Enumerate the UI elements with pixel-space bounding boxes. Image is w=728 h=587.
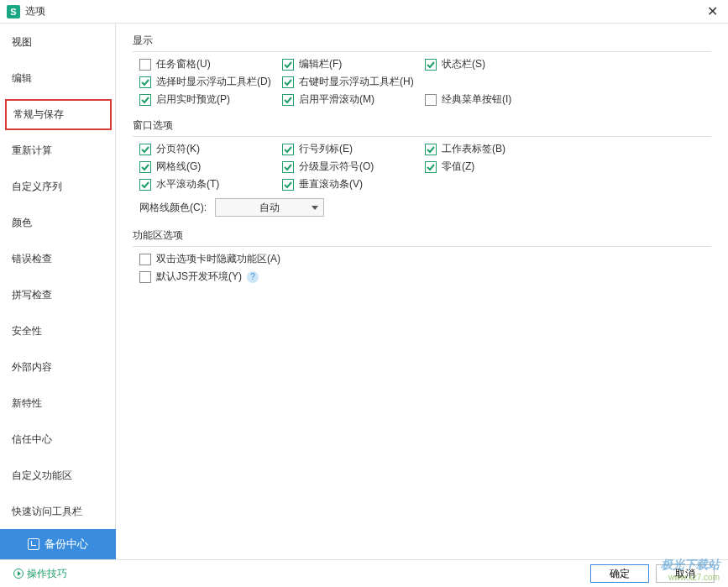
section-ribbon: 功能区选项 双击选项卡时隐藏功能区(A) 默认JS开发环境(Y)? xyxy=(133,228,711,284)
help-icon[interactable]: ? xyxy=(247,271,259,283)
sidebar-item-trust-center[interactable]: 信任中心 xyxy=(0,426,115,453)
section-window: 窗口选项 分页符(K) 行号列标(E) 工作表标签(B) 网格线(G) 分级显示… xyxy=(133,118,711,217)
checkbox-page-break[interactable] xyxy=(139,144,151,155)
section-title-ribbon: 功能区选项 xyxy=(133,228,711,247)
checkbox-status-bar[interactable] xyxy=(425,59,437,71)
checkbox-smooth-scroll[interactable] xyxy=(282,94,294,106)
checkbox-rc-toolbar[interactable] xyxy=(282,76,294,88)
backup-label: 备份中心 xyxy=(45,537,88,552)
sidebar: 视图 编辑 常规与保存 重新计算 自定义序列 颜色 错误检查 拼写检查 安全性 … xyxy=(0,24,116,559)
checkbox-zero-values[interactable] xyxy=(425,161,437,173)
checkbox-sel-toolbar[interactable] xyxy=(139,76,151,88)
checkbox-classic-menu[interactable] xyxy=(425,94,437,106)
sidebar-item-view[interactable]: 视图 xyxy=(0,29,115,56)
section-title-display: 显示 xyxy=(133,34,711,52)
checkbox-sheet-tabs[interactable] xyxy=(425,144,437,155)
section-display: 显示 任务窗格(U) 编辑栏(F) 状态栏(S) 选择时显示浮动工具栏(D) 右… xyxy=(133,34,711,107)
sidebar-item-new-features[interactable]: 新特性 xyxy=(0,390,115,417)
checkbox-js-dev-env[interactable] xyxy=(139,271,151,283)
window-title: 选项 xyxy=(25,4,45,18)
chevron-down-icon xyxy=(312,206,318,210)
sidebar-item-recalc[interactable]: 重新计算 xyxy=(0,137,115,165)
gridline-color-dropdown[interactable]: 自动 xyxy=(215,198,324,217)
sidebar-item-spellcheck[interactable]: 拼写检查 xyxy=(0,281,115,309)
checkbox-dblclick-hide-ribbon[interactable] xyxy=(139,254,151,265)
gridline-color-label: 网格线颜色(C): xyxy=(139,201,207,215)
title-bar: S 选项 ✕ xyxy=(0,0,728,24)
tips-link[interactable]: 操作技巧 xyxy=(13,567,67,581)
sidebar-item-edit[interactable]: 编辑 xyxy=(0,65,115,92)
close-icon[interactable]: ✕ xyxy=(704,3,721,19)
footer: 操作技巧 确定 取消 xyxy=(0,559,728,587)
section-title-window: 窗口选项 xyxy=(133,118,711,137)
play-icon xyxy=(13,569,24,579)
backup-center-button[interactable]: 备份中心 xyxy=(0,529,116,559)
gridline-color-value: 自动 xyxy=(259,201,280,215)
sidebar-item-custom-ribbon[interactable]: 自定义功能区 xyxy=(0,462,115,490)
sidebar-item-general-save[interactable]: 常规与保存 xyxy=(5,99,112,130)
ok-button[interactable]: 确定 xyxy=(590,564,649,583)
content-pane: 显示 任务窗格(U) 编辑栏(F) 状态栏(S) 选择时显示浮动工具栏(D) 右… xyxy=(116,24,728,559)
app-icon: S xyxy=(7,5,20,18)
sidebar-item-quick-access[interactable]: 快速访问工具栏 xyxy=(0,498,115,526)
sidebar-item-custom-list[interactable]: 自定义序列 xyxy=(0,173,115,201)
sidebar-item-error-check[interactable]: 错误检查 xyxy=(0,245,115,273)
checkbox-gridlines[interactable] xyxy=(139,161,151,173)
checkbox-formula-bar[interactable] xyxy=(282,59,294,71)
sidebar-item-external[interactable]: 外部内容 xyxy=(0,354,115,381)
checkbox-hscroll[interactable] xyxy=(139,179,151,191)
sidebar-item-security[interactable]: 安全性 xyxy=(0,317,115,345)
checkbox-vscroll[interactable] xyxy=(282,179,294,191)
cancel-button[interactable]: 取消 xyxy=(656,564,715,583)
checkbox-live-preview[interactable] xyxy=(139,94,151,106)
checkbox-task-pane[interactable] xyxy=(139,59,151,71)
checkbox-outline-symbols[interactable] xyxy=(282,161,294,173)
checkbox-row-col-headers[interactable] xyxy=(282,144,294,155)
sidebar-item-color[interactable]: 颜色 xyxy=(0,209,115,237)
backup-icon xyxy=(28,538,39,550)
